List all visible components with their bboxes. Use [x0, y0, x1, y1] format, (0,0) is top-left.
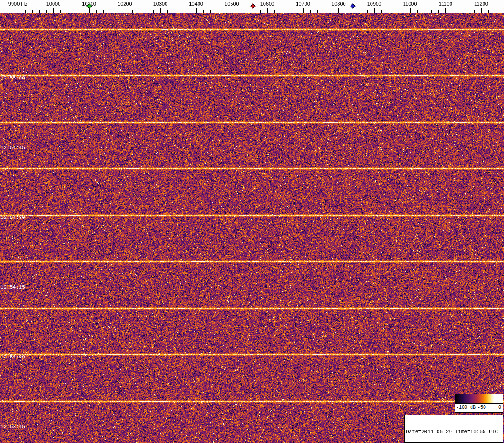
- freq-minor-tick: [146, 10, 146, 13]
- time-axis: 12:55:0012:54:4512:54:3012:54:1512:54:00…: [0, 13, 46, 443]
- spectrogram-area: 12:55:0012:54:4512:54:3012:54:1512:54:00…: [0, 13, 504, 443]
- freq-minor-tick: [474, 10, 475, 13]
- freq-minor-tick: [82, 10, 82, 13]
- freq-tick-label: 10700: [296, 1, 310, 7]
- freq-minor-tick: [325, 10, 325, 13]
- freq-minor-tick: [289, 10, 289, 13]
- freq-minor-tick: [4, 10, 4, 13]
- freq-minor-tick: [296, 10, 296, 13]
- freq-minor-tick: [246, 10, 246, 13]
- freq-minor-tick: [488, 10, 489, 13]
- time-label: 12:55:00: [0, 75, 25, 81]
- freq-minor-tick: [424, 10, 424, 13]
- freq-minor-tick: [139, 10, 139, 13]
- freq-minor-tick: [189, 10, 189, 13]
- freq-minor-tick: [282, 10, 282, 13]
- freq-major-tick: [18, 8, 18, 13]
- time-label: 12:53:45: [0, 424, 25, 430]
- freq-minor-tick: [253, 10, 253, 13]
- freq-minor-tick: [438, 10, 439, 13]
- freq-minor-tick: [496, 10, 496, 13]
- freq-minor-tick: [389, 10, 389, 13]
- freq-minor-tick: [431, 10, 432, 13]
- freq-minor-tick: [25, 10, 26, 13]
- marker-red-diamond[interactable]: [251, 3, 256, 8]
- time-label: 12:54:30: [0, 215, 25, 220]
- freq-tick-label: 10300: [153, 1, 168, 7]
- freq-tick-label: 10000: [46, 1, 61, 7]
- freq-minor-tick: [132, 10, 133, 13]
- freq-minor-tick: [274, 10, 275, 13]
- freq-major-tick: [232, 8, 232, 13]
- freq-tick-label: 11100: [439, 1, 452, 7]
- freq-minor-tick: [103, 10, 104, 13]
- time-label: 12:54:45: [0, 145, 25, 151]
- freq-major-tick: [125, 8, 125, 13]
- freq-minor-tick: [396, 10, 396, 13]
- freq-minor-tick: [417, 10, 418, 13]
- freq-minor-tick: [218, 10, 218, 13]
- freq-minor-tick: [46, 10, 47, 13]
- freq-minor-tick: [239, 10, 239, 13]
- freq-minor-tick: [153, 10, 154, 13]
- freq-minor-tick: [353, 10, 353, 13]
- freq-minor-tick: [453, 10, 453, 13]
- freq-tick-label: 10500: [225, 1, 239, 7]
- freq-minor-tick: [367, 10, 368, 13]
- freq-minor-tick: [60, 10, 61, 13]
- colorbar-labels: -100 dB -50 0: [455, 404, 503, 412]
- freq-minor-tick: [75, 10, 75, 13]
- freq-major-tick: [445, 8, 446, 13]
- time-label: 12:54:00: [0, 354, 25, 360]
- spectrogram-app-window: 9900 Hz100001010010200103001040010500106…: [0, 0, 504, 443]
- freq-minor-tick: [260, 10, 261, 13]
- freq-tick-label: 11200: [474, 1, 488, 7]
- marker-blue-diamond[interactable]: [350, 3, 355, 8]
- freq-major-tick: [338, 8, 339, 13]
- freq-tick-label: 10900: [367, 1, 382, 7]
- colorbar-mid-label: -50: [477, 405, 486, 410]
- freq-major-tick: [410, 8, 411, 13]
- freq-minor-tick: [11, 10, 11, 13]
- freq-minor-tick: [346, 10, 346, 13]
- freq-minor-tick: [403, 10, 403, 13]
- freq-minor-tick: [460, 10, 460, 13]
- freq-minor-tick: [503, 10, 503, 13]
- time-label: 12:54:15: [0, 284, 25, 290]
- freq-tick-label: 10200: [118, 1, 132, 7]
- info-date-line: Date=2014-06-29 Time=10:55 UTC: [406, 429, 501, 435]
- colorbar-max-label: 0: [498, 405, 501, 410]
- freq-tick-label: 9900 Hz: [8, 1, 27, 7]
- freq-tick-label: 10800: [332, 1, 346, 7]
- freq-major-tick: [267, 8, 268, 13]
- freq-major-tick: [374, 8, 375, 13]
- freq-minor-tick: [167, 10, 168, 13]
- freq-minor-tick: [203, 10, 204, 13]
- freq-minor-tick: [175, 10, 175, 13]
- observation-info-box: Date=2014-06-29 Time=10:55 UTC Freq=143 …: [404, 415, 503, 443]
- freq-minor-tick: [310, 10, 311, 13]
- freq-minor-tick: [182, 10, 182, 13]
- freq-minor-tick: [118, 10, 118, 13]
- freq-major-tick: [481, 8, 482, 13]
- frequency-ruler[interactable]: 9900 Hz100001010010200103001040010500106…: [0, 0, 504, 13]
- freq-minor-tick: [210, 10, 211, 13]
- freq-minor-tick: [32, 10, 33, 13]
- colorbar-gradient: [455, 394, 503, 404]
- freq-minor-tick: [467, 10, 467, 13]
- freq-minor-tick: [111, 10, 111, 13]
- freq-major-tick: [89, 8, 90, 13]
- freq-minor-tick: [317, 10, 318, 13]
- freq-major-tick: [160, 8, 161, 13]
- freq-minor-tick: [39, 10, 40, 13]
- freq-tick-label: 11000: [403, 1, 417, 7]
- freq-minor-tick: [225, 10, 225, 13]
- freq-minor-tick: [96, 10, 97, 13]
- spectrogram-waterfall-canvas[interactable]: [0, 13, 504, 443]
- freq-major-tick: [196, 8, 197, 13]
- freq-major-tick: [53, 8, 54, 13]
- freq-tick-label: 10600: [260, 1, 275, 7]
- freq-minor-tick: [381, 10, 382, 13]
- freq-minor-tick: [360, 10, 360, 13]
- freq-minor-tick: [68, 10, 68, 13]
